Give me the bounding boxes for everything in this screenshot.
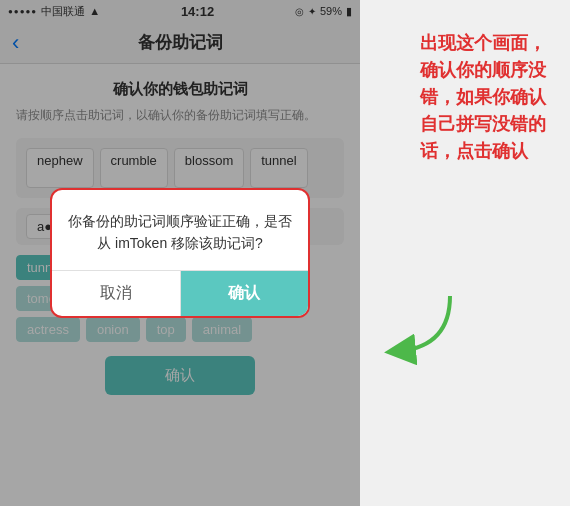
phone-frame: ●●●●● 中国联通 ▲ 14:12 ◎ ✦ 59% ▮ ‹ 备份助记词 确认你… [0,0,360,506]
dialog-actions: 取消 确认 [52,270,308,316]
dialog-text: 你备份的助记词顺序验证正确，是否从 imToken 移除该助记词? [68,210,292,255]
dialog-confirm-button[interactable]: 确认 [181,271,309,316]
dialog: 你备份的助记词顺序验证正确，是否从 imToken 移除该助记词? 取消 确认 [50,188,310,319]
arrow-icon [370,286,470,366]
annotation-area: 出现这个画面，确认你的顺序没错，如果你确认自己拼写没错的话，点击确认 [360,0,570,506]
dialog-overlay: 你备份的助记词顺序验证正确，是否从 imToken 移除该助记词? 取消 确认 [0,0,360,506]
dialog-body: 你备份的助记词顺序验证正确，是否从 imToken 移除该助记词? [52,190,308,271]
annotation-text: 出现这个画面，确认你的顺序没错，如果你确认自己拼写没错的话，点击确认 [420,30,560,165]
dialog-cancel-button[interactable]: 取消 [52,271,181,316]
